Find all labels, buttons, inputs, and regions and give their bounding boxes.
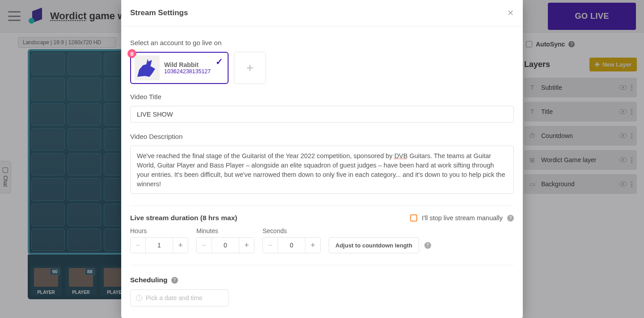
duration-label: Live stream duration (8 hrs max)	[130, 214, 237, 222]
seconds-value: 0	[278, 238, 305, 253]
minutes-decrement[interactable]: −	[197, 238, 212, 253]
video-title-label: Video Title	[130, 93, 514, 100]
account-card[interactable]: 🗑 Wild Rabbit 103624238135127 ✓	[130, 52, 229, 84]
manual-stop-checkbox[interactable]	[410, 214, 417, 222]
hours-increment[interactable]: +	[173, 238, 188, 253]
seconds-increment[interactable]: +	[305, 238, 320, 253]
video-desc-label: Video Description	[130, 133, 514, 140]
check-icon: ✓	[216, 56, 223, 67]
account-id: 103624238135127	[164, 68, 224, 75]
minutes-stepper: − 0 +	[196, 237, 254, 253]
scheduling-label: Scheduling	[130, 276, 168, 284]
modal-title: Stream Settings	[130, 8, 188, 17]
adjust-countdown-button[interactable]: Adjust to countdown length	[329, 237, 419, 253]
select-account-label: Select an account to go live on	[130, 39, 514, 46]
close-icon[interactable]: ✕	[507, 8, 514, 18]
modal-overlay: Stream Settings ✕ Select an account to g…	[0, 0, 644, 318]
datepick-placeholder: Pick a date and time	[146, 294, 203, 301]
account-avatar	[135, 55, 160, 80]
video-title-input[interactable]	[130, 106, 514, 123]
help-icon[interactable]: ?	[424, 242, 431, 249]
seconds-label: Seconds	[263, 227, 321, 234]
account-name: Wild Rabbit	[164, 61, 224, 68]
minutes-value: 0	[212, 238, 239, 253]
hours-value: 1	[146, 238, 173, 253]
seconds-stepper: − 0 +	[263, 237, 321, 253]
seconds-decrement[interactable]: −	[263, 238, 278, 253]
minutes-increment[interactable]: +	[239, 238, 254, 253]
stream-settings-modal: Stream Settings ✕ Select an account to g…	[121, 0, 523, 318]
hours-label: Hours	[130, 227, 188, 234]
minutes-label: Minutes	[196, 227, 254, 234]
clock-icon	[136, 295, 142, 301]
manual-stop-label: I'll stop live stream manually	[422, 214, 503, 222]
hours-stepper: − 1 +	[130, 237, 188, 253]
help-icon[interactable]: ?	[171, 277, 178, 284]
hours-decrement[interactable]: −	[131, 238, 146, 253]
schedule-datetime-input[interactable]: Pick a date and time	[130, 289, 229, 306]
add-account-button[interactable]: +	[234, 52, 266, 84]
video-description-input[interactable]: We've reached the final stage of the Gui…	[130, 146, 514, 194]
help-icon[interactable]: ?	[507, 215, 514, 222]
